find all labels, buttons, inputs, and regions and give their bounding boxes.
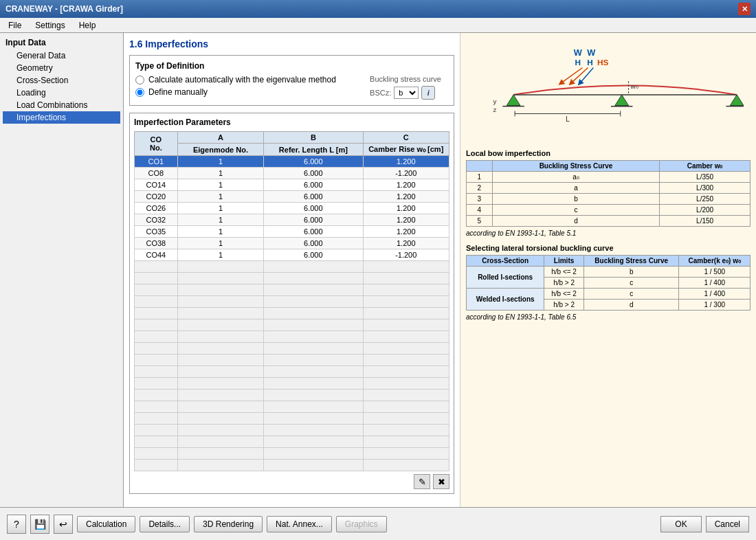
table-row-empty xyxy=(135,308,449,319)
local-bow-row: 2aL/300 xyxy=(467,183,751,194)
svg-text:z: z xyxy=(493,106,497,114)
table-row-empty xyxy=(135,355,449,366)
manual-label: Define manually xyxy=(148,87,208,97)
table-row-empty xyxy=(135,366,449,378)
menu-help[interactable]: Help xyxy=(74,19,102,32)
table-row[interactable]: CO1416.0001.200 xyxy=(135,179,449,191)
local-bow-row: 1a₀L/350 xyxy=(467,172,751,183)
col-b-header: B xyxy=(264,132,363,144)
local-bow-table: Buckling Stress Curve Camber w₀ 1a₀L/350… xyxy=(466,160,751,227)
lt-col1: Limits xyxy=(544,256,584,267)
definition-box: Type of Definition Calculate automatical… xyxy=(129,55,454,106)
sidebar-item-imperfections[interactable]: Imperfections xyxy=(3,111,120,124)
graphics-button[interactable]: Graphics xyxy=(336,516,387,532)
table-row[interactable]: CO2016.0001.200 xyxy=(135,191,449,203)
auto-calc-row: Calculate automatically with the eigenva… xyxy=(135,75,336,85)
content-area: 1.6 Imperfections Type of Definition Cal… xyxy=(124,33,756,507)
lateral-table: Cross-Section Limits Buckling Stress Cur… xyxy=(466,255,751,311)
table-row-empty xyxy=(135,390,449,401)
3d-rendering-button[interactable]: 3D Rendering xyxy=(194,516,263,532)
nat-annex-button[interactable]: Nat. Annex... xyxy=(267,516,332,532)
table-row-empty xyxy=(135,436,449,448)
calculation-button[interactable]: Calculation xyxy=(77,516,135,532)
lateral-title: Selecting lateral torsional buckling cur… xyxy=(466,244,751,252)
table-row[interactable]: CO4416.000-1.200 xyxy=(135,249,449,261)
table-row[interactable]: CO3216.0001.200 xyxy=(135,214,449,226)
table-row-empty xyxy=(135,319,449,331)
menu-file[interactable]: File xyxy=(3,19,27,32)
svg-text:W: W xyxy=(587,47,596,58)
menu-bar: File Settings Help xyxy=(0,18,756,33)
col-b-sub: Refer. Length L [m] xyxy=(264,144,363,156)
table-row-empty xyxy=(135,273,449,284)
table-row[interactable]: CO116.0001.200 xyxy=(135,156,449,168)
svg-text:H: H xyxy=(587,58,593,67)
bsc-title: Buckling stress curve xyxy=(370,75,441,83)
manual-radio[interactable] xyxy=(135,88,144,97)
table-row-empty xyxy=(135,378,449,390)
lbt-col0 xyxy=(467,161,493,172)
info-button[interactable]: i xyxy=(421,86,435,100)
help-icon-btn[interactable]: ? xyxy=(7,515,26,534)
local-bow-row: 5dL/150 xyxy=(467,216,751,227)
bottom-toolbar: ? 💾 ↩ Calculation Details... 3D Renderin… xyxy=(0,507,756,540)
params-title: Imperfection Parameters xyxy=(134,117,449,127)
svg-text:HS: HS xyxy=(597,58,609,67)
lt-col0: Cross-Section xyxy=(467,256,544,267)
col-a-header: A xyxy=(177,132,263,144)
local-bow-row: 3bL/250 xyxy=(467,194,751,205)
sidebar-item-cross-section[interactable]: Cross-Section xyxy=(3,74,120,87)
title-bar: CRANEWAY - [CRAWA Girder] ✕ xyxy=(0,0,756,18)
table-row[interactable]: CO2616.0001.200 xyxy=(135,203,449,214)
table-row[interactable]: CO3816.0001.200 xyxy=(135,238,449,249)
details-button[interactable]: Details... xyxy=(140,516,190,532)
left-panel: 1.6 Imperfections Type of Definition Cal… xyxy=(124,33,460,507)
auto-calc-radio[interactable] xyxy=(135,76,144,85)
sidebar-item-general-data[interactable]: General Data xyxy=(3,49,120,62)
svg-line-7 xyxy=(580,67,594,83)
sidebar-item-geometry[interactable]: Geometry xyxy=(3,62,120,74)
beam-diagram-svg: W W H H HS xyxy=(473,45,744,135)
edit-table-btn[interactable]: ✎ xyxy=(414,474,430,489)
col-c-sub: Camber Rise w₀ [cm] xyxy=(363,144,449,156)
sidebar-item-loading[interactable]: Loading xyxy=(3,87,120,99)
definition-box-title: Type of Definition xyxy=(135,61,448,71)
table-row[interactable]: CO3516.0001.200 xyxy=(135,226,449,238)
manual-row: Define manually xyxy=(135,87,336,97)
table-row-empty xyxy=(135,284,449,296)
sidebar-title: Input Data xyxy=(3,36,120,49)
diagram-area: W W H H HS xyxy=(466,38,751,144)
delete-table-btn[interactable]: ✖ xyxy=(433,474,449,489)
lateral-row: Rolled I-sectionsh/b <= 2b1 / 500 xyxy=(467,267,751,278)
table-row-empty xyxy=(135,413,449,425)
lateral-row: Welded I-sectionsh/b <= 2c1 / 400 xyxy=(467,289,751,300)
table-row-empty xyxy=(135,460,449,471)
col-a-sub: Eigenmode No. xyxy=(177,144,263,156)
table-row-empty xyxy=(135,261,449,273)
auto-calc-label: Calculate automatically with the eigenva… xyxy=(148,75,336,85)
imperfections-table: CONo. A B C Eigenmode No. Refer. Length … xyxy=(134,131,449,471)
lateral-note: according to EN 1993-1-1, Table 6.5 xyxy=(466,313,751,321)
local-bow-title: Local bow imperfection xyxy=(466,149,751,157)
svg-text:y: y xyxy=(493,98,497,105)
table-row[interactable]: CO816.000-1.200 xyxy=(135,168,449,179)
cancel-button[interactable]: Cancel xyxy=(706,516,749,532)
local-bow-note: according to EN 1993-1-1, Table 5.1 xyxy=(466,229,751,237)
close-button[interactable]: ✕ xyxy=(738,3,751,15)
bsc-select[interactable]: a0 a b c d xyxy=(394,87,419,99)
ok-button[interactable]: OK xyxy=(660,516,701,532)
svg-text:L: L xyxy=(566,115,570,123)
undo-icon-btn[interactable]: ↩ xyxy=(54,515,73,534)
svg-text:H: H xyxy=(575,58,581,67)
save-icon-btn[interactable]: 💾 xyxy=(30,515,49,534)
lbt-col2: Camber w₀ xyxy=(660,161,751,172)
table-actions: ✎ ✖ xyxy=(134,474,449,489)
table-row-empty xyxy=(135,401,449,413)
sidebar-item-load-combinations[interactable]: Load Combinations xyxy=(3,99,120,111)
menu-settings[interactable]: Settings xyxy=(30,19,70,32)
table-row-empty xyxy=(135,296,449,308)
lt-col2: Buckling Stress Curve xyxy=(583,256,679,267)
sidebar: Input Data General Data Geometry Cross-S… xyxy=(0,33,124,507)
table-row-empty xyxy=(135,448,449,460)
col-co-no-header: CONo. xyxy=(135,132,178,156)
